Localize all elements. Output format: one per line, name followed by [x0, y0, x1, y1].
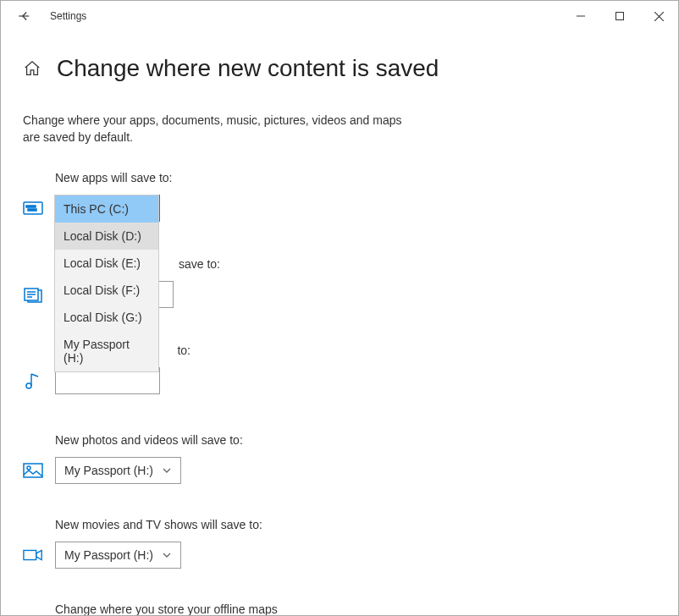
svg-rect-4: [33, 206, 36, 207]
chevron-down-icon: [162, 465, 172, 476]
chevron-down-icon: [162, 550, 172, 560]
section-apps: New apps will save to: This PC (C:): [23, 171, 656, 222]
titlebar: Settings: [1, 1, 678, 31]
save-location-sections: New apps will save to: This PC (C:): [23, 171, 656, 616]
section-label-maps: Change where you store your offline maps: [55, 602, 656, 616]
dropdown-option[interactable]: This PC (C:): [55, 195, 158, 223]
movies-icon: [23, 545, 43, 565]
minimize-icon: [577, 12, 585, 20]
dropdown-list-apps: This PC (C:) Local Disk (D:) Local Disk …: [54, 195, 159, 372]
dropdown-option[interactable]: Local Disk (D:): [55, 223, 158, 250]
svg-rect-10: [24, 551, 36, 560]
svg-rect-3: [30, 206, 32, 207]
svg-rect-5: [28, 209, 36, 211]
svg-rect-8: [24, 464, 42, 477]
music-icon: [23, 371, 43, 391]
section-movies: New movies and TV shows will save to: My…: [23, 518, 656, 569]
svg-point-9: [27, 466, 30, 470]
maximize-button[interactable]: [600, 1, 639, 31]
page-title: Change where new content is saved: [57, 55, 439, 82]
window-controls: [561, 1, 678, 31]
section-label-apps: New apps will save to:: [55, 171, 656, 184]
close-icon: [654, 12, 664, 21]
dropdown-movies[interactable]: My Passport (H:): [55, 542, 181, 569]
section-maps: Change where you store your offline maps…: [23, 602, 656, 616]
section-label-photos: New photos and videos will save to:: [55, 433, 656, 447]
dropdown-option[interactable]: Local Disk (G:): [55, 304, 158, 331]
svg-rect-1: [24, 202, 42, 214]
content-area: Change where new content is saved Change…: [1, 31, 678, 616]
dropdown-option[interactable]: Local Disk (E:): [55, 250, 158, 277]
dropdown-option[interactable]: Local Disk (F:): [55, 277, 158, 304]
home-icon[interactable]: [23, 59, 41, 78]
minimize-button[interactable]: [561, 1, 600, 31]
page-header: Change where new content is saved: [23, 55, 656, 82]
page-description: Change where your apps, documents, music…: [23, 113, 412, 146]
close-button[interactable]: [639, 1, 678, 31]
documents-icon: [23, 284, 43, 305]
app-title: Settings: [50, 10, 86, 22]
section-photos: New photos and videos will save to: My P…: [23, 433, 656, 484]
dropdown-value-photos: My Passport (H:): [64, 464, 153, 477]
section-label-movies: New movies and TV shows will save to:: [55, 518, 656, 531]
back-button[interactable]: [8, 1, 41, 31]
photos-icon: [23, 460, 43, 481]
arrow-left-icon: [17, 8, 32, 24]
svg-rect-2: [26, 206, 29, 207]
apps-icon: [23, 198, 43, 218]
dropdown-value-movies: My Passport (H:): [64, 548, 153, 562]
dropdown-option[interactable]: My Passport (H:): [55, 331, 158, 371]
svg-point-7: [26, 383, 31, 388]
maximize-icon: [616, 12, 624, 20]
svg-rect-0: [616, 13, 624, 20]
dropdown-photos[interactable]: My Passport (H:): [55, 457, 181, 484]
